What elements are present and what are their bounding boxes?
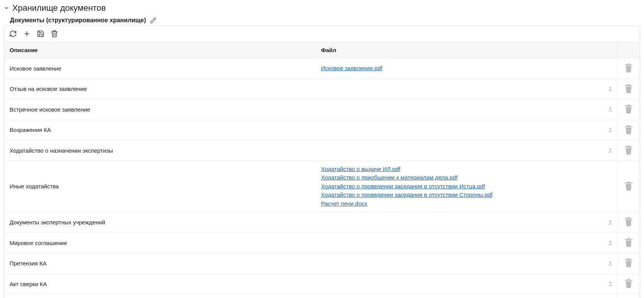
svg-rect-2 [609,90,612,91]
trash-icon[interactable] [623,130,634,136]
add-button[interactable] [23,30,31,38]
trash-icon[interactable] [623,150,634,157]
file-link[interactable]: Ходатайство о выдаче ИЛ.pdf [321,165,612,174]
upload-icon[interactable] [607,147,613,153]
svg-rect-5 [609,152,612,153]
row-description: Мировое соглашение [4,232,315,253]
trash-icon[interactable] [623,283,634,290]
row-description: Акт сверки КА [4,273,315,294]
file-link[interactable]: Расчет пени.docx [321,199,612,208]
row-action-cell [618,99,640,120]
row-description: Иные ходатайства [4,161,315,212]
svg-rect-6 [609,224,612,224]
upload-icon[interactable] [607,260,613,267]
trash-icon[interactable] [623,109,634,116]
row-action-cell [618,58,640,79]
table-row[interactable]: Акт сверки КА [4,273,640,294]
row-description: Исковое заявление [4,58,315,79]
documents-table: Описание Файл Исковое заявлениеИсковое з… [4,42,640,298]
trash-icon[interactable] [623,89,634,95]
svg-rect-8 [609,265,612,265]
row-file-cell [315,212,618,233]
row-file-cell [315,99,618,120]
table-row[interactable]: Мировое соглашение [4,232,640,253]
row-description: Документы экспертных учреждений [4,212,315,233]
upload-icon[interactable] [607,281,613,287]
row-file-cell [315,232,618,253]
section-header: Хранилище документов [4,3,640,13]
trash-icon[interactable] [623,186,634,193]
upload-icon[interactable] [607,219,613,226]
upload-icon[interactable] [607,127,613,133]
row-file-cell: Исковое заявление.pdf [315,58,618,79]
trash-icon[interactable] [623,222,634,229]
trash-icon[interactable] [623,68,634,75]
refresh-button[interactable] [9,30,17,38]
col-header-description[interactable]: Описание [4,42,315,58]
upload-icon[interactable] [607,86,613,92]
row-action-cell [618,294,640,298]
row-action-cell [618,273,640,294]
upload-icon[interactable] [607,240,613,246]
trash-icon[interactable] [623,242,634,249]
row-file-cell [315,273,618,294]
row-action-cell [618,140,640,161]
row-file-cell [315,140,618,161]
save-button[interactable] [36,30,45,38]
table-row[interactable]: Претензия КА [4,253,640,274]
file-link[interactable]: Исковое заявление.pdf [321,64,612,73]
row-file-cell [315,253,618,274]
row-action-cell [618,120,640,140]
row-file-cell [315,79,618,99]
svg-rect-7 [609,244,612,245]
file-link[interactable]: Ходатайство о проведении заседания в отс… [321,182,612,191]
svg-rect-3 [609,111,612,112]
table-row[interactable]: Документы экспертных учреждений [4,212,640,233]
row-description: Встречное исковое заявление [4,99,315,120]
row-file-cell [315,294,618,298]
file-link[interactable]: Ходатайство о проведении заседания в отс… [321,191,612,199]
row-file-cell [315,120,618,140]
svg-rect-9 [609,285,612,286]
row-description: Претензия КА [4,253,315,274]
col-header-actions [618,42,640,58]
section-title: Хранилище документов [12,3,106,13]
table-row[interactable]: Иные ходатайстваХодатайство о выдаче ИЛ.… [4,161,640,212]
table-row[interactable]: Ходатайство о назначении экспертизы [4,140,640,161]
delete-button[interactable] [50,30,59,38]
row-description: Акт сверки [4,294,315,298]
table-row[interactable]: Встречное исковое заявление [4,99,640,120]
trash-icon[interactable] [623,263,634,270]
col-header-file[interactable]: Файл [315,42,618,58]
toolbar [4,26,640,42]
row-action-cell [618,161,640,212]
row-action-cell [618,212,640,233]
row-action-cell [618,232,640,253]
row-action-cell [618,79,640,99]
subheader-title: Документы (структурированное хранилище) [10,17,146,24]
subheader: Документы (структурированное хранилище) [10,17,640,24]
chevron-down-icon[interactable] [4,5,9,11]
upload-icon[interactable] [607,106,613,112]
row-file-cell: Ходатайство о выдаче ИЛ.pdfХодатайство о… [315,161,618,212]
svg-rect-4 [609,131,612,132]
row-action-cell [618,253,640,274]
row-description: Отзыв на исковое заявление [4,79,315,99]
table-row[interactable]: Исковое заявлениеИсковое заявление.pdf [4,58,640,79]
table-row[interactable]: Отзыв на исковое заявление [4,79,640,99]
table-row[interactable]: Возражения КА [4,120,640,140]
edit-icon[interactable] [150,17,157,24]
file-link[interactable]: Ходатайство о приобщении к материалам де… [321,173,612,182]
documents-panel: Описание Файл Исковое заявлениеИсковое з… [4,25,640,298]
row-description: Возражения КА [4,120,315,140]
row-description: Ходатайство о назначении экспертизы [4,140,315,161]
table-row[interactable]: Акт сверки [4,294,640,298]
